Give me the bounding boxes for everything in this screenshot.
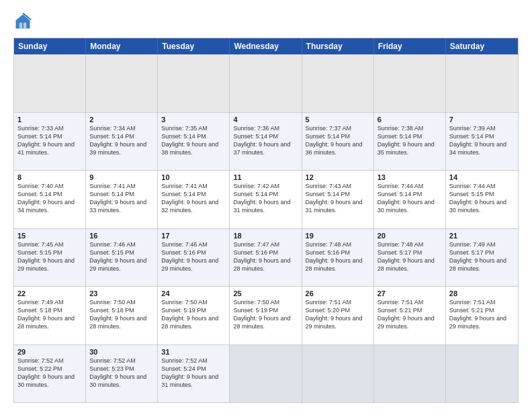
header-day-friday: Friday <box>374 38 446 54</box>
empty-cell <box>374 345 446 403</box>
day-details: Sunrise: 7:52 AM Sunset: 5:23 PM Dayligh… <box>89 357 154 390</box>
calendar-row: 22Sunrise: 7:49 AM Sunset: 5:18 PM Dayli… <box>14 286 518 345</box>
header-day-monday: Monday <box>86 38 158 54</box>
day-number: 29 <box>17 348 82 356</box>
day-number: 10 <box>161 173 226 181</box>
day-cell-26: 26Sunrise: 7:51 AM Sunset: 5:20 PM Dayli… <box>302 287 374 345</box>
day-details: Sunrise: 7:39 AM Sunset: 5:14 PM Dayligh… <box>449 124 515 157</box>
day-cell-4: 4Sunrise: 7:36 AM Sunset: 5:14 PM Daylig… <box>230 113 302 171</box>
day-number: 23 <box>89 289 154 298</box>
day-details: Sunrise: 7:49 AM Sunset: 5:17 PM Dayligh… <box>449 240 515 273</box>
header-day-thursday: Thursday <box>302 38 374 54</box>
day-details: Sunrise: 7:36 AM Sunset: 5:14 PM Dayligh… <box>233 124 298 157</box>
day-number: 5 <box>306 116 370 124</box>
day-cell-24: 24Sunrise: 7:50 AM Sunset: 5:19 PM Dayli… <box>158 287 230 345</box>
day-details: Sunrise: 7:51 AM Sunset: 5:21 PM Dayligh… <box>449 298 515 331</box>
day-number: 15 <box>17 232 82 240</box>
day-number: 18 <box>233 232 298 240</box>
day-details: Sunrise: 7:49 AM Sunset: 5:18 PM Dayligh… <box>17 298 82 331</box>
day-details: Sunrise: 7:48 AM Sunset: 5:17 PM Dayligh… <box>378 240 442 273</box>
day-cell-2: 2Sunrise: 7:34 AM Sunset: 5:14 PM Daylig… <box>86 113 158 171</box>
calendar: SundayMondayTuesdayWednesdayThursdayFrid… <box>13 38 519 403</box>
day-cell-31: 31Sunrise: 7:52 AM Sunset: 5:24 PM Dayli… <box>158 345 230 403</box>
page: SundayMondayTuesdayWednesdayThursdayFrid… <box>0 0 532 411</box>
empty-cell <box>446 54 518 112</box>
day-cell-18: 18Sunrise: 7:47 AM Sunset: 5:16 PM Dayli… <box>230 229 302 287</box>
day-cell-15: 15Sunrise: 7:45 AM Sunset: 5:15 PM Dayli… <box>14 229 86 287</box>
day-number: 16 <box>89 232 154 240</box>
day-number: 28 <box>449 289 515 298</box>
day-cell-16: 16Sunrise: 7:46 AM Sunset: 5:15 PM Dayli… <box>86 229 158 287</box>
logo-icon <box>13 12 32 31</box>
day-details: Sunrise: 7:48 AM Sunset: 5:16 PM Dayligh… <box>306 240 370 273</box>
day-cell-11: 11Sunrise: 7:42 AM Sunset: 5:14 PM Dayli… <box>230 171 302 228</box>
day-cell-19: 19Sunrise: 7:48 AM Sunset: 5:16 PM Dayli… <box>302 229 374 287</box>
day-cell-1: 1Sunrise: 7:33 AM Sunset: 5:14 PM Daylig… <box>14 113 86 171</box>
header-day-sunday: Sunday <box>14 38 86 54</box>
day-number: 9 <box>89 173 154 181</box>
day-cell-28: 28Sunrise: 7:51 AM Sunset: 5:21 PM Dayli… <box>446 287 518 345</box>
empty-cell <box>302 54 374 112</box>
day-cell-14: 14Sunrise: 7:44 AM Sunset: 5:15 PM Dayli… <box>446 171 518 228</box>
day-details: Sunrise: 7:52 AM Sunset: 5:22 PM Dayligh… <box>17 357 82 390</box>
day-cell-12: 12Sunrise: 7:43 AM Sunset: 5:14 PM Dayli… <box>302 171 374 228</box>
day-details: Sunrise: 7:52 AM Sunset: 5:24 PM Dayligh… <box>161 357 226 390</box>
day-number: 19 <box>306 232 370 240</box>
empty-cell <box>158 54 230 112</box>
day-details: Sunrise: 7:42 AM Sunset: 5:14 PM Dayligh… <box>233 182 298 215</box>
day-cell-3: 3Sunrise: 7:35 AM Sunset: 5:14 PM Daylig… <box>158 113 230 171</box>
day-details: Sunrise: 7:47 AM Sunset: 5:16 PM Dayligh… <box>233 240 298 273</box>
day-cell-22: 22Sunrise: 7:49 AM Sunset: 5:18 PM Dayli… <box>14 287 86 345</box>
calendar-row: 15Sunrise: 7:45 AM Sunset: 5:15 PM Dayli… <box>14 228 518 287</box>
day-details: Sunrise: 7:40 AM Sunset: 5:14 PM Dayligh… <box>17 182 82 215</box>
calendar-row: 8Sunrise: 7:40 AM Sunset: 5:14 PM Daylig… <box>14 170 518 228</box>
day-details: Sunrise: 7:51 AM Sunset: 5:21 PM Dayligh… <box>378 298 442 331</box>
day-number: 22 <box>17 289 82 298</box>
calendar-row: 29Sunrise: 7:52 AM Sunset: 5:22 PM Dayli… <box>14 345 518 403</box>
day-number: 3 <box>161 116 226 124</box>
day-number: 30 <box>89 348 154 356</box>
empty-cell <box>230 345 302 403</box>
day-cell-13: 13Sunrise: 7:44 AM Sunset: 5:14 PM Dayli… <box>374 171 446 228</box>
logo <box>13 12 35 31</box>
empty-cell <box>446 345 518 403</box>
day-details: Sunrise: 7:50 AM Sunset: 5:19 PM Dayligh… <box>161 298 226 331</box>
day-details: Sunrise: 7:33 AM Sunset: 5:14 PM Dayligh… <box>17 124 82 157</box>
empty-cell <box>374 54 446 112</box>
day-details: Sunrise: 7:41 AM Sunset: 5:14 PM Dayligh… <box>89 182 154 215</box>
day-cell-9: 9Sunrise: 7:41 AM Sunset: 5:14 PM Daylig… <box>86 171 158 228</box>
svg-rect-2 <box>19 23 22 29</box>
day-number: 13 <box>378 173 442 181</box>
day-details: Sunrise: 7:51 AM Sunset: 5:20 PM Dayligh… <box>306 298 370 331</box>
day-number: 7 <box>449 116 515 124</box>
calendar-row: 1Sunrise: 7:33 AM Sunset: 5:14 PM Daylig… <box>14 112 518 171</box>
day-details: Sunrise: 7:38 AM Sunset: 5:14 PM Dayligh… <box>378 124 442 157</box>
day-cell-23: 23Sunrise: 7:50 AM Sunset: 5:18 PM Dayli… <box>86 287 158 345</box>
day-number: 25 <box>233 289 298 298</box>
day-details: Sunrise: 7:50 AM Sunset: 5:18 PM Dayligh… <box>89 298 154 331</box>
day-cell-30: 30Sunrise: 7:52 AM Sunset: 5:23 PM Dayli… <box>86 345 158 403</box>
day-details: Sunrise: 7:44 AM Sunset: 5:14 PM Dayligh… <box>378 182 442 215</box>
day-number: 11 <box>233 173 298 181</box>
day-number: 27 <box>378 289 442 298</box>
header <box>13 12 519 31</box>
day-number: 8 <box>17 173 82 181</box>
day-number: 31 <box>161 348 226 356</box>
day-cell-25: 25Sunrise: 7:50 AM Sunset: 5:19 PM Dayli… <box>230 287 302 345</box>
day-details: Sunrise: 7:46 AM Sunset: 5:15 PM Dayligh… <box>89 240 154 273</box>
day-cell-7: 7Sunrise: 7:39 AM Sunset: 5:14 PM Daylig… <box>446 113 518 171</box>
header-day-wednesday: Wednesday <box>230 38 302 54</box>
svg-rect-3 <box>24 23 26 29</box>
day-cell-20: 20Sunrise: 7:48 AM Sunset: 5:17 PM Dayli… <box>374 229 446 287</box>
day-details: Sunrise: 7:37 AM Sunset: 5:14 PM Dayligh… <box>306 124 370 157</box>
day-number: 21 <box>449 232 515 240</box>
empty-cell <box>230 54 302 112</box>
header-day-tuesday: Tuesday <box>158 38 230 54</box>
day-details: Sunrise: 7:41 AM Sunset: 5:14 PM Dayligh… <box>161 182 226 215</box>
day-number: 1 <box>17 116 82 124</box>
day-number: 2 <box>89 116 154 124</box>
day-cell-8: 8Sunrise: 7:40 AM Sunset: 5:14 PM Daylig… <box>14 171 86 228</box>
header-day-saturday: Saturday <box>446 38 518 54</box>
day-number: 6 <box>378 116 442 124</box>
empty-cell <box>302 345 374 403</box>
